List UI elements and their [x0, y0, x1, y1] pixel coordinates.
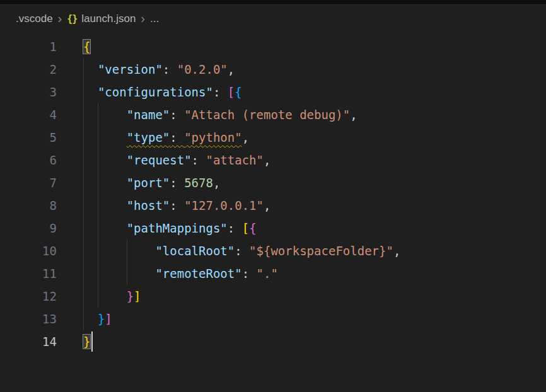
code-token: "request" [127, 153, 192, 167]
code-line[interactable]: 7"port": 5678, [0, 171, 546, 194]
code-line-text: "remoteRoot": "." [83, 262, 278, 285]
code-line-text: "configurations": [{ [83, 81, 242, 103]
indent-guide [83, 103, 98, 126]
line-number[interactable]: 10 [0, 239, 57, 262]
code-token: { [249, 221, 256, 235]
line-number[interactable]: 3 [0, 81, 57, 103]
indent-guide [98, 126, 127, 149]
code-line[interactable]: 3"configurations": [{ [0, 81, 546, 103]
indent-guide [98, 194, 127, 217]
code-line-text: }] [83, 308, 112, 330]
line-number[interactable]: 9 [0, 217, 57, 239]
indent-guide [83, 217, 98, 239]
code-token: "127.0.0.1" [184, 199, 264, 212]
indent-guide [83, 308, 98, 330]
indent-guide [83, 58, 98, 81]
line-number[interactable]: 14 [0, 330, 57, 353]
indent-guide [83, 171, 98, 194]
code-line-text: "name": "Attach (remote debug)", [83, 103, 357, 126]
breadcrumb-item[interactable]: ... [150, 13, 159, 25]
code-token: , [264, 153, 270, 167]
breadcrumb-separator-icon: › [53, 12, 67, 25]
code-token: } [127, 289, 134, 303]
code-token: , [242, 130, 249, 144]
code-token: : [170, 130, 184, 144]
line-number[interactable]: 1 [0, 35, 57, 58]
json-file-icon: {} [67, 13, 77, 25]
indent-guide [98, 171, 127, 194]
code-editor[interactable]: 1{2"version": "0.2.0",3"configurations":… [0, 33, 546, 353]
code-token: "python" [184, 130, 242, 144]
indent-guide [98, 149, 127, 171]
code-line-text: "pathMappings": [{ [83, 217, 257, 239]
code-token: { [235, 85, 241, 99]
line-number[interactable]: 6 [0, 149, 57, 171]
breadcrumb-item[interactable]: .vscode [16, 13, 53, 25]
breadcrumb: .vscode›{}launch.json›... [0, 5, 546, 33]
indent-guide [83, 239, 98, 262]
code-token: "attach" [206, 153, 264, 167]
text-cursor [91, 331, 93, 352]
line-number[interactable]: 13 [0, 308, 57, 330]
indent-guide [98, 217, 127, 239]
code-token: [ [242, 221, 249, 235]
code-token: "pathMappings" [127, 221, 228, 235]
code-line[interactable]: 1{ [0, 35, 546, 58]
code-token: ] [134, 289, 141, 303]
code-line[interactable]: 4"name": "Attach (remote debug)", [0, 103, 546, 126]
code-line-text: { [83, 35, 90, 58]
code-token: : [228, 221, 242, 235]
breadcrumb-item[interactable]: {}launch.json [67, 13, 136, 25]
code-token: "remoteRoot" [155, 267, 241, 280]
line-number[interactable]: 7 [0, 171, 57, 194]
code-line-text: } [83, 330, 93, 353]
code-token: : [213, 85, 228, 99]
code-token: } [98, 312, 105, 326]
line-number[interactable]: 5 [0, 126, 57, 149]
indent-guide [98, 285, 127, 308]
code-line[interactable]: 14} [0, 330, 546, 353]
code-token: : [235, 244, 249, 258]
line-number[interactable]: 4 [0, 103, 57, 126]
code-token: , [213, 176, 220, 190]
code-line[interactable]: 12}] [0, 285, 546, 308]
code-token: : [170, 108, 184, 122]
code-line[interactable]: 9"pathMappings": [{ [0, 217, 546, 239]
code-token: [ [228, 85, 235, 99]
line-number[interactable]: 8 [0, 194, 57, 217]
code-line-text: "host": "127.0.0.1", [83, 194, 270, 217]
indent-guide [98, 262, 127, 285]
code-line-text: }] [83, 285, 141, 308]
code-line-text: "port": 5678, [83, 171, 220, 194]
indent-guide [127, 262, 156, 285]
code-token: "localRoot" [155, 244, 235, 258]
code-token: "Attach (remote debug)" [184, 108, 350, 122]
code-line[interactable]: 6"request": "attach", [0, 149, 546, 171]
code-token: : [192, 153, 206, 167]
code-line-text: "version": "0.2.0", [83, 58, 235, 81]
line-number[interactable]: 11 [0, 262, 57, 285]
code-line[interactable]: 11"remoteRoot": "." [0, 262, 546, 285]
indent-guide [83, 149, 98, 171]
code-line[interactable]: 8"host": "127.0.0.1", [0, 194, 546, 217]
code-token: : [170, 199, 184, 212]
indent-guide [98, 239, 127, 262]
code-token: , [350, 108, 357, 122]
code-line[interactable]: 2"version": "0.2.0", [0, 58, 546, 81]
breadcrumb-label: ... [150, 13, 159, 25]
indent-guide [83, 285, 98, 308]
line-number[interactable]: 12 [0, 285, 57, 308]
code-line-text: "localRoot": "${workspaceFolder}", [83, 239, 400, 262]
breadcrumb-separator-icon: › [136, 12, 150, 25]
code-token: : [163, 62, 177, 76]
line-number[interactable]: 2 [0, 58, 57, 81]
code-line[interactable]: 13}] [0, 308, 546, 330]
code-token: "port" [127, 176, 170, 190]
code-lines: 1{2"version": "0.2.0",3"configurations":… [0, 35, 546, 353]
indent-guide [83, 126, 98, 149]
code-line-text: "type": "python", [83, 126, 249, 149]
code-token: : [170, 176, 184, 190]
code-line[interactable]: 5"type": "python", [0, 126, 546, 149]
indent-guide [98, 103, 127, 126]
code-line[interactable]: 10"localRoot": "${workspaceFolder}", [0, 239, 546, 262]
